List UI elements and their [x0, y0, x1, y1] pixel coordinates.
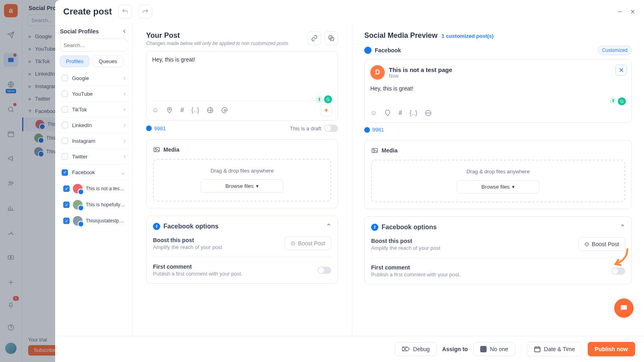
globe-icon[interactable]	[206, 107, 214, 114]
boost-post-button[interactable]: ⊙Boost Post	[285, 237, 331, 250]
fb-sub-2[interactable]: ✓Thisisjustatestpage	[62, 213, 127, 229]
facebook-icon: f	[371, 224, 378, 231]
preview-boost-button[interactable]: ⊙Boost Post	[578, 237, 625, 251]
variable-icon[interactable]: {..}	[191, 107, 199, 114]
globe-icon[interactable]	[425, 109, 432, 117]
chevron-up-icon[interactable]: ⌃	[326, 222, 331, 230]
grammarly-icon: G	[324, 95, 332, 103]
boost-title: Boost this post	[153, 237, 222, 243]
profiles-search-input[interactable]	[64, 42, 131, 48]
first-comment-desc: Publish a first comment with your post.	[153, 271, 243, 277]
undo-button[interactable]	[118, 5, 132, 19]
tab-profiles[interactable]: Profiles	[60, 56, 89, 67]
hashtag-icon[interactable]: #	[398, 109, 402, 117]
media-card: Media Drag & drop files anywhere Browse …	[146, 139, 338, 208]
your-post-title: Your Post	[146, 31, 288, 40]
grammarly-badge-preview: ⬆G	[610, 97, 626, 105]
preview-card: ✕ D This is not a test page Now Hey, thi…	[364, 59, 632, 123]
preview-title: Social Media Preview	[364, 31, 438, 40]
tab-queues[interactable]: Queues	[93, 56, 123, 67]
hashtag-icon[interactable]: #	[180, 107, 184, 114]
attach-link-button[interactable]	[308, 31, 321, 45]
svg-rect-16	[372, 148, 378, 153]
your-post-panel: Your Post Changes made below will only b…	[132, 23, 352, 336]
preview-first-comment-toggle[interactable]	[611, 267, 625, 275]
profiles-title: Social Profiles	[60, 28, 99, 35]
media-icon	[153, 146, 160, 153]
svg-point-14	[155, 148, 156, 150]
preview-panel: Social Media Preview 1 customized post(s…	[352, 23, 644, 336]
facebook-icon: f	[153, 223, 160, 230]
datetime-button[interactable]: Date & Time	[527, 342, 582, 356]
fb-sub-1[interactable]: ✓This is hopefully a classic	[62, 197, 127, 213]
your-post-subtitle: Changes made below will only be applied …	[146, 41, 288, 46]
grammarly-small-icon: ⬆	[316, 96, 322, 103]
facebook-icon	[364, 47, 372, 54]
remove-preview-button[interactable]: ✕	[615, 64, 627, 76]
emoji-icon[interactable]: ☺	[152, 107, 159, 114]
redo-button[interactable]	[138, 5, 152, 19]
page-name: This is not a test page	[389, 66, 452, 73]
media-dropzone[interactable]: Drag & drop files anywhere Browse files▾	[153, 159, 331, 202]
debug-button[interactable]: ⌦Debug	[395, 342, 436, 356]
emoji-icon[interactable]: ☺	[370, 109, 377, 117]
fb-options-card: fFacebook options⌃ Boost this post Ampli…	[146, 216, 338, 284]
preview-char-count: 9981	[364, 127, 632, 133]
dollar-icon: ⊙	[584, 241, 589, 247]
browse-files-button[interactable]: Browse files▾	[201, 179, 283, 193]
minimize-icon[interactable]	[617, 8, 623, 15]
profiles-search[interactable]	[60, 39, 127, 51]
compose-box[interactable]: Hey, this is great! ⬆ G ☺ # {..} ✦	[146, 51, 338, 121]
ai-assist-button[interactable]: ✦	[320, 104, 332, 116]
first-comment-toggle[interactable]	[318, 267, 331, 274]
svg-rect-13	[154, 148, 159, 152]
assignee-button[interactable]: No one	[473, 342, 515, 356]
chevron-up-icon[interactable]: ⌃	[620, 223, 625, 231]
page-avatar: D	[370, 65, 385, 80]
net-instagram[interactable]: Instagram›	[60, 133, 127, 149]
svg-rect-18	[535, 347, 540, 352]
bug-icon: ⌦	[402, 346, 410, 352]
modal-footer: ⌦Debug Assign to No one Date & Time Publ…	[55, 336, 644, 362]
draft-label: This is a draft	[290, 125, 321, 132]
calendar-icon	[534, 346, 541, 353]
svg-point-11	[169, 109, 170, 110]
net-facebook[interactable]: ✓Facebook⌄	[60, 165, 127, 181]
variable-icon[interactable]: {..}	[409, 109, 417, 117]
dollar-icon: ⊙	[291, 240, 295, 247]
modal-title: Create post	[63, 6, 112, 17]
boost-desc: Amplify the reach of your post	[153, 244, 222, 250]
preview-body[interactable]: Hey, this is great!	[370, 85, 626, 101]
create-post-modal: Create post Social Profiles Profiles Que…	[55, 0, 644, 362]
fb-char-count: 9981	[146, 125, 166, 132]
customized-link[interactable]: 1 customized post(s)	[442, 33, 493, 39]
chevron-down-icon: ⌄	[120, 169, 126, 176]
chat-fab[interactable]	[614, 298, 634, 318]
draft-toggle[interactable]	[324, 125, 338, 132]
preview-media-card: Media Drag & drop files anywhere Browse …	[364, 140, 632, 209]
page-time: Now	[389, 73, 452, 79]
collapse-panel-icon[interactable]	[122, 29, 127, 34]
publish-button[interactable]: Publish now	[588, 342, 635, 356]
assign-to-label[interactable]: Assign to	[442, 346, 468, 352]
close-icon[interactable]	[630, 8, 636, 15]
compose-text[interactable]: Hey, this is great!	[152, 56, 332, 101]
preview-browse-button[interactable]: Browse files▾	[457, 180, 539, 193]
location-icon[interactable]	[384, 109, 391, 117]
mention-icon[interactable]	[221, 107, 228, 114]
modal-header: Create post	[55, 0, 644, 23]
location-icon[interactable]	[166, 107, 173, 114]
grammarly-badge: ⬆ G	[316, 95, 332, 103]
duplicate-button[interactable]	[324, 31, 338, 45]
svg-point-17	[373, 149, 374, 150]
preview-dropzone[interactable]: Drag & drop files anywhere Browse files▾	[371, 160, 625, 202]
preview-fb-options: fFacebook options⌃ Boost this post Ampli…	[364, 216, 632, 284]
first-comment-title: First comment	[153, 263, 243, 270]
fb-sub-0[interactable]: ✓This is not a test page	[62, 181, 127, 197]
net-tiktok[interactable]: TikTok›	[60, 102, 127, 117]
net-twitter[interactable]: Twitter›	[60, 149, 127, 165]
net-linkedin[interactable]: LinkedIn›	[60, 117, 127, 133]
net-google[interactable]: Google›	[60, 70, 127, 86]
profiles-panel: Social Profiles Profiles Queues Google› …	[55, 23, 132, 336]
net-youtube[interactable]: YouTube›	[60, 86, 127, 102]
